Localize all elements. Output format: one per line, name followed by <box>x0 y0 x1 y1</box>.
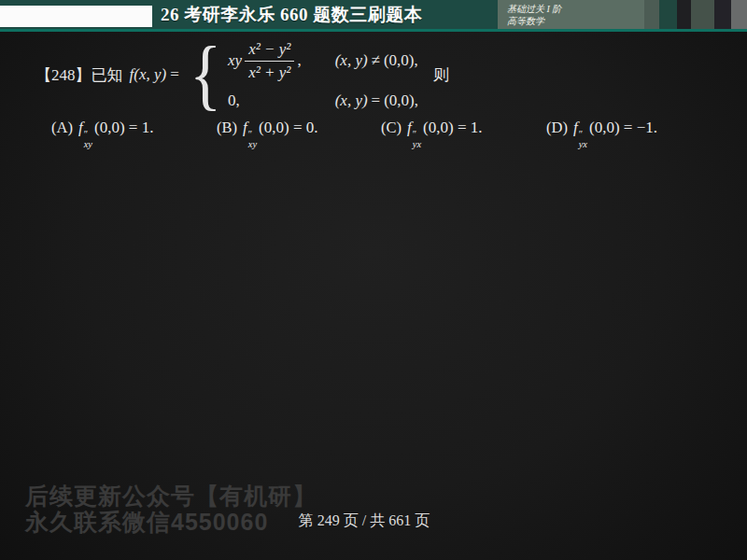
decor-stripe <box>731 0 747 29</box>
case2-condition-relation: = <box>372 91 381 109</box>
double-prime: ″ <box>413 129 416 139</box>
case1-condition: (x, y) ≠ (0,0), <box>335 51 418 70</box>
option-label: (D) <box>546 119 568 136</box>
problem-suffix: 则 <box>433 64 449 86</box>
case1-condition-vars: (x, y) <box>335 51 368 69</box>
option-value: (0,0) = 1. <box>94 119 153 136</box>
derivative-marks: ″xy <box>248 129 257 149</box>
case1-fraction: x² − y² x² + y² <box>245 40 294 82</box>
case2-condition: (x, y) = (0,0), <box>335 91 418 110</box>
case1-coefficient: xy <box>228 51 242 70</box>
option-d: (D)f″yx(0,0) = −1. <box>546 119 657 149</box>
piecewise-brace: { <box>190 39 221 110</box>
fraction-numerator: x² − y² <box>245 40 294 62</box>
option-function: f <box>243 119 247 136</box>
case2-condition-vars: (x, y) <box>335 91 368 109</box>
decor-stripe <box>691 0 714 29</box>
option-label: (B) <box>217 119 237 136</box>
fraction-denominator: x² + y² <box>248 62 290 82</box>
option-c: (C)f″yx(0,0) = 1. <box>381 119 482 149</box>
stage-panel: 基础过关 I 阶 高等数学 <box>498 0 644 29</box>
answer-options: (A)f″xy(0,0) = 1. (B)f″xy(0,0) = 0. (C)f… <box>0 119 747 147</box>
option-value: (0,0) = 0. <box>259 119 317 136</box>
problem-number: 【248】 <box>35 64 92 86</box>
partial-vars: yx <box>579 139 587 149</box>
option-label: (C) <box>381 119 402 136</box>
case1-comma: , <box>297 51 301 70</box>
option-a: (A)f″xy(0,0) = 1. <box>51 119 153 149</box>
equals-sign: = <box>170 65 179 84</box>
option-function: f <box>78 119 83 136</box>
logo-placeholder <box>0 6 152 27</box>
watermark-line1: 后续更新公众号【有机研】 <box>25 483 317 509</box>
derivative-marks: ″xy <box>84 129 92 149</box>
partial-vars: yx <box>413 139 421 149</box>
option-function: f <box>573 119 578 136</box>
partial-vars: xy <box>84 139 92 149</box>
derivative-marks: ″yx <box>413 129 421 149</box>
page-number: 第 249 页 / 共 661 页 <box>0 511 728 531</box>
decor-stripe <box>659 0 677 29</box>
case1-condition-relation: ≠ <box>372 51 380 69</box>
double-prime: ″ <box>84 129 88 139</box>
piecewise-cases: xy x² − y² x² + y² , (x, y) ≠ (0,0), 0, … <box>228 40 418 110</box>
option-value: (0,0) = −1. <box>589 119 657 136</box>
double-prime: ″ <box>248 129 252 139</box>
case1-expression: xy x² − y² x² + y² , <box>228 40 302 82</box>
case2-value: 0, <box>228 91 240 109</box>
stage-line2: 高等数学 <box>507 15 644 27</box>
option-b: (B)f″xy(0,0) = 0. <box>217 119 317 149</box>
problem-intro: 已知 <box>92 64 123 86</box>
decor-stripe <box>714 0 731 29</box>
double-prime: ″ <box>579 129 583 139</box>
book-page: 26 考研李永乐 660 题数三刷题本 基础过关 I 阶 高等数学 【248】 … <box>0 0 747 560</box>
option-label: (A) <box>51 119 73 136</box>
problem-statement: 【248】 已知 f(x, y) = { xy x² − y² x² + y² … <box>35 35 726 114</box>
case2-condition-value: (0,0), <box>384 91 418 109</box>
case1-condition-value: (0,0), <box>384 51 418 69</box>
case2-expression: 0, <box>228 91 302 110</box>
header-bar: 26 考研李永乐 660 题数三刷题本 基础过关 I 阶 高等数学 <box>0 0 747 32</box>
option-function: f <box>407 119 412 136</box>
partial-vars: xy <box>248 139 257 149</box>
decor-stripe <box>644 0 659 29</box>
function-lhs: f(x, y) <box>130 65 167 84</box>
book-title: 26 考研李永乐 660 题数三刷题本 <box>161 0 422 29</box>
derivative-marks: ″yx <box>579 129 587 149</box>
decor-stripe <box>677 0 691 29</box>
stage-line1: 基础过关 I 阶 <box>507 3 644 15</box>
header-accent-line <box>0 29 747 32</box>
option-value: (0,0) = 1. <box>423 119 482 136</box>
